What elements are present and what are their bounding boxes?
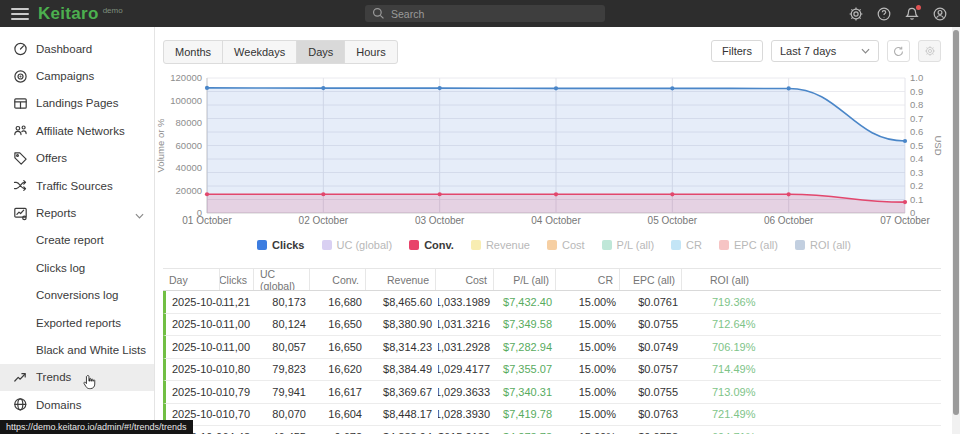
sidebar-item-label: Conversions log	[36, 289, 118, 301]
table-row[interactable]: 2025-10-03111,0080,05716,650$8,314.23$1,…	[163, 336, 941, 359]
legend-item-conv-[interactable]: Conv.	[409, 239, 454, 251]
table-row[interactable]: 2025-10-02111,0080,12416,650$8,380.90$1,…	[163, 314, 941, 337]
table-cell: 694.71%	[684, 426, 941, 434]
table-cell: 46,455	[256, 426, 312, 434]
table-cell: $1,033.1989	[438, 291, 496, 313]
column-header-clicks[interactable]: Clicks	[219, 269, 253, 290]
sidebar-item-label: Black and White Lists	[36, 344, 146, 356]
legend-label: EPC (all)	[734, 239, 778, 251]
sidebar-item-traffic-sources[interactable]: Traffic Sources	[0, 172, 154, 199]
refresh-icon	[892, 45, 905, 58]
legend-item-cr[interactable]: CR	[671, 239, 702, 251]
sidebar-item-create-report[interactable]: Create report	[0, 227, 154, 254]
affiliate-icon	[13, 123, 28, 138]
scrollbar-thumb[interactable]	[953, 30, 959, 415]
table-row[interactable]: 2025-10-05110,7979,94116,617$8,369.67$1,…	[163, 381, 941, 404]
svg-text:0.3: 0.3	[910, 167, 923, 178]
sidebar-item-exported-reports[interactable]: Exported reports	[0, 309, 154, 336]
legend-label: P/L (all)	[617, 239, 655, 251]
chevron-down-icon	[861, 48, 870, 54]
table-cell: $1,029.4177	[438, 359, 496, 381]
sidebar-item-dashboard[interactable]: Dashboard	[0, 35, 154, 62]
sidebar-item-affiliate-networks[interactable]: Affiliate Networks	[0, 117, 154, 144]
sidebar-item-black-and-white-lists[interactable]: Black and White Lists	[0, 336, 154, 363]
sidebar-item-reports[interactable]: Reports	[0, 199, 154, 226]
brand-logo[interactable]: Keitaro	[38, 4, 99, 24]
tab-hours[interactable]: Hours	[345, 41, 396, 63]
column-header-cost[interactable]: Cost	[435, 269, 493, 290]
legend-item-uc-global-[interactable]: UC (global)	[322, 239, 393, 251]
chart-settings-button[interactable]	[918, 40, 941, 62]
table-cell: 706.19%	[684, 336, 941, 358]
search-box[interactable]	[365, 5, 605, 22]
help-icon[interactable]	[876, 6, 892, 22]
refresh-button[interactable]	[887, 40, 910, 62]
sidebar-item-campaigns[interactable]: Campaigns	[0, 62, 154, 89]
notifications-icon[interactable]	[904, 6, 920, 22]
svg-text:02 October: 02 October	[299, 215, 349, 226]
sidebar-item-clicks-log[interactable]: Clicks log	[0, 254, 154, 281]
account-icon[interactable]	[932, 6, 948, 22]
menu-icon[interactable]	[11, 8, 29, 20]
page-scrollbar[interactable]	[952, 27, 960, 434]
tab-months[interactable]: Months	[164, 41, 223, 63]
legend-swatch	[409, 240, 419, 250]
offers-icon	[13, 151, 28, 166]
column-header-day[interactable]: Day	[163, 269, 219, 290]
svg-text:05 October: 05 October	[648, 215, 698, 226]
search-input[interactable]	[391, 8, 598, 20]
legend-item-cost[interactable]: Cost	[547, 239, 585, 251]
legend-item-p-l-all-[interactable]: P/L (all)	[602, 239, 655, 251]
legend-item-epc-all-[interactable]: EPC (all)	[719, 239, 778, 251]
column-header-epc-all-[interactable]: EPC (all)	[619, 269, 681, 290]
svg-text:0.9: 0.9	[910, 86, 923, 97]
sidebar-item-label: Trends	[36, 371, 71, 383]
table-cell: $1,031.2928	[438, 336, 496, 358]
table-cell: 111,21	[222, 291, 256, 313]
table-row[interactable]: 2025-10-01111,2180,17316,680$8,465.60$1,…	[163, 291, 941, 314]
legend-item-roi-all-[interactable]: ROI (all)	[795, 239, 851, 251]
svg-text:40000: 40000	[176, 162, 202, 173]
tab-weekdays[interactable]: Weekdays	[223, 41, 297, 63]
table-cell: 9,672	[312, 426, 368, 434]
sidebar-item-label: Traffic Sources	[36, 180, 113, 192]
column-header-cr[interactable]: CR	[555, 269, 619, 290]
sidebar-item-label: Domains	[36, 399, 81, 411]
column-header-roi-all-[interactable]: ROI (all)	[681, 269, 941, 290]
filters-button[interactable]: Filters	[711, 40, 763, 62]
table-cell: 79,941	[256, 381, 312, 403]
table-cell: 80,057	[256, 336, 312, 358]
sidebar-item-domains[interactable]: Domains	[0, 391, 154, 418]
sidebar-item-landings-pages[interactable]: Landings Pages	[0, 90, 154, 117]
table-cell: $0.0758	[622, 426, 684, 434]
tab-days[interactable]: Days	[297, 41, 345, 63]
legend-swatch	[795, 240, 805, 250]
sidebar-item-trends[interactable]: Trends	[0, 364, 154, 391]
column-header-revenue[interactable]: Revenue	[365, 269, 435, 290]
legend-label: Revenue	[486, 239, 530, 251]
column-header-conv-[interactable]: Conv.	[309, 269, 365, 290]
main-content: MonthsWeekdaysDaysHours Filters Last 7 d…	[156, 27, 952, 434]
svg-text:0.1: 0.1	[910, 194, 923, 205]
table-row[interactable]: 2025-10-0764,4846,4559,672$4,888.94$615.…	[163, 426, 941, 434]
legend-item-clicks[interactable]: Clicks	[257, 239, 304, 251]
gear-icon	[924, 45, 936, 57]
table-row[interactable]: 2025-10-04110,8079,82316,620$8,384.49$1,…	[163, 359, 941, 382]
svg-text:03 October: 03 October	[415, 215, 465, 226]
settings-icon[interactable]	[848, 6, 864, 22]
sidebar-item-label: Affiliate Networks	[36, 125, 125, 137]
legend-item-revenue[interactable]: Revenue	[471, 239, 530, 251]
table-cell: 79,823	[256, 359, 312, 381]
table-row[interactable]: 2025-10-06110,7080,07016,604$8,448.17$1,…	[163, 404, 941, 427]
column-header-p-l-all-[interactable]: P/L (all)	[493, 269, 555, 290]
svg-text:0.2: 0.2	[910, 180, 923, 191]
table-cell: $4,273.73	[496, 426, 558, 434]
table-cell: 110,79	[222, 381, 256, 403]
table-cell: 2025-10-02	[166, 314, 222, 336]
sidebar-item-conversions-log[interactable]: Conversions log	[0, 282, 154, 309]
date-range-select[interactable]: Last 7 days	[771, 40, 879, 62]
sidebar-item-offers[interactable]: Offers	[0, 145, 154, 172]
svg-text:120000: 120000	[170, 72, 202, 83]
column-header-uc-global-[interactable]: UC (global)	[253, 269, 309, 290]
table-cell: $8,448.17	[368, 404, 438, 426]
